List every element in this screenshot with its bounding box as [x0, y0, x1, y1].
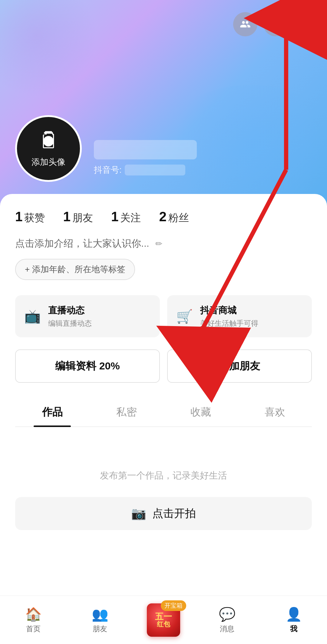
tabs-row: 作品 私密 收藏 喜欢: [15, 398, 312, 427]
live-status-card[interactable]: 📺 直播动态 编辑直播动态: [15, 295, 160, 337]
friends-icon-btn[interactable]: [233, 12, 257, 36]
avatar-upload-btn[interactable]: 添加头像: [15, 115, 82, 182]
profile-header: 添加头像 抖音号:: [0, 0, 327, 206]
stat-followers[interactable]: 2 粉丝: [159, 209, 189, 225]
menu-icon-btn[interactable]: [294, 12, 318, 36]
bio-edit-icon[interactable]: ✏: [155, 239, 162, 249]
nav-messages-label: 消息: [220, 624, 234, 634]
empty-state: 发布第一个作品，记录美好生活 📷 点击开拍: [15, 445, 312, 542]
tag-add-row: + 添加年龄、所在地等标签: [15, 259, 312, 280]
username-blurred: [94, 140, 197, 159]
feature-cards-row: 📺 直播动态 编辑直播动态 🛒 抖音商城 美好生活触手可得: [15, 295, 312, 337]
live-card-subtitle: 编辑直播动态: [48, 319, 92, 328]
bio-row[interactable]: 点击添加介绍，让大家认识你... ✏: [15, 237, 312, 250]
friends-nav-icon: 👥: [92, 606, 108, 622]
shop-card[interactable]: 🛒 抖音商城 美好生活触手可得: [167, 295, 312, 337]
stat-following-number: 1: [111, 209, 118, 224]
tab-likes[interactable]: 喜欢: [238, 398, 312, 426]
shoot-bar-label: 点击开拍: [152, 506, 196, 521]
nav-friends[interactable]: 👥 朋友: [67, 603, 133, 637]
search-icon-btn[interactable]: [263, 12, 288, 36]
stat-followers-number: 2: [159, 209, 166, 224]
stat-likes[interactable]: 1 获赞: [15, 209, 45, 225]
main-card: 1 获赞 1 朋友 1 关注 2 粉丝 点击添加介绍，让大家认识你... ✏ +…: [0, 194, 327, 618]
add-tag-button[interactable]: + 添加年龄、所在地等标签: [15, 259, 135, 280]
douyin-id-label: 抖音号:: [94, 164, 122, 176]
nav-wuyi[interactable]: 开宝箱: [133, 603, 194, 637]
nav-messages[interactable]: 💬 消息: [194, 603, 260, 637]
douyin-id-blurred: [125, 165, 185, 175]
add-tag-label: + 添加年龄、所在地等标签: [25, 264, 125, 275]
stat-friends-label: 朋友: [72, 211, 93, 225]
live-card-title: 直播动态: [48, 304, 92, 317]
shoot-bar[interactable]: 📷 点击开拍: [15, 497, 312, 530]
edit-profile-button[interactable]: 编辑资料 20%: [15, 349, 160, 383]
nav-friends-label: 朋友: [93, 624, 107, 634]
shop-card-title: 抖音商城: [200, 304, 258, 317]
stat-following[interactable]: 1 关注: [111, 209, 141, 225]
tab-private[interactable]: 私密: [89, 398, 164, 426]
username-area: 抖音号:: [94, 140, 197, 182]
nav-me-label: 我: [290, 624, 297, 634]
stat-likes-number: 1: [15, 209, 22, 224]
nav-home-label: 首页: [26, 624, 41, 634]
stat-friends[interactable]: 1 朋友: [63, 209, 93, 225]
tab-works[interactable]: 作品: [15, 398, 89, 426]
nav-home[interactable]: 🏠 首页: [0, 603, 67, 637]
stats-row: 1 获赞 1 朋友 1 关注 2 粉丝: [15, 209, 312, 225]
tab-collections[interactable]: 收藏: [164, 398, 238, 426]
nav-me[interactable]: 👤 我: [260, 603, 327, 637]
live-card-texts: 直播动态 编辑直播动态: [48, 304, 92, 328]
shoot-camera-icon: 📷: [131, 506, 146, 521]
shop-card-subtitle: 美好生活触手可得: [200, 319, 258, 328]
stat-likes-label: 获赞: [24, 211, 45, 225]
avatar-label: 添加头像: [31, 156, 65, 168]
me-icon: 👤: [286, 606, 302, 622]
home-icon: 🏠: [25, 606, 42, 622]
stat-following-label: 关注: [120, 211, 141, 225]
live-icon: 📺: [24, 309, 41, 324]
top-icons-row: [233, 12, 318, 36]
bottom-nav: 🏠 首页 👥 朋友 开宝箱 💬 消息 👤 我: [0, 596, 327, 644]
stat-friends-number: 1: [63, 209, 70, 224]
bio-text: 点击添加介绍，让大家认识你...: [15, 237, 149, 250]
wuyi-badge: 开宝箱: [161, 600, 186, 611]
shop-card-texts: 抖音商城 美好生活触手可得: [200, 304, 258, 328]
douyin-id-row: 抖音号:: [94, 164, 197, 176]
shop-icon: 🛒: [176, 309, 193, 324]
stat-followers-label: 粉丝: [168, 211, 189, 225]
add-friend-button[interactable]: 添加朋友: [167, 349, 312, 383]
empty-state-text: 发布第一个作品，记录美好生活: [15, 469, 312, 482]
svg-point-0: [45, 138, 52, 145]
avatar-area: 添加头像 抖音号:: [15, 115, 197, 182]
messages-icon: 💬: [219, 606, 236, 622]
action-buttons-row: 编辑资料 20% 添加朋友: [15, 349, 312, 383]
